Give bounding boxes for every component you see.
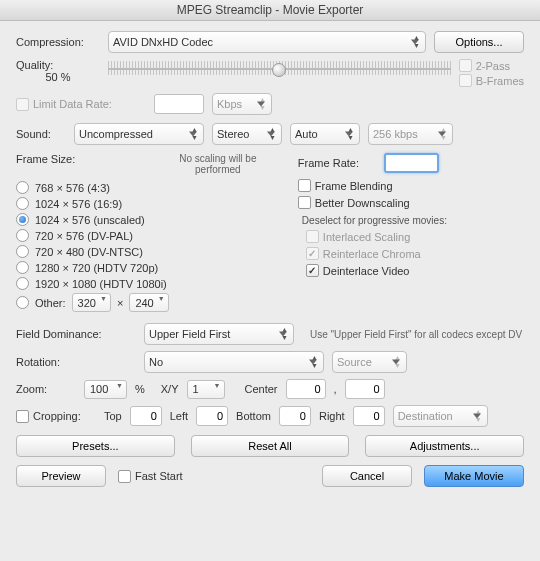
sound-bitrate-select: 256 kbps ▲▼ [368,123,453,145]
reinterlace-chroma-checkbox: Reinterlace Chroma [306,247,421,260]
cropping-bottom-label: Bottom [236,410,271,422]
frame-size-radio[interactable]: 1024 × 576 (unscaled) [16,213,278,226]
frame-size-option-label: 1024 × 576 (unscaled) [35,214,145,226]
sound-channels-select[interactable]: Stereo ▲▼ [212,123,282,145]
frame-rate-input[interactable] [384,153,439,173]
rotation-value: No [149,356,163,368]
options-button[interactable]: Options... [434,31,524,53]
deselect-note: Deselect for progressive movies: [302,215,524,226]
zoom-center-y-input[interactable] [345,379,385,399]
b-frames-checkbox: B-Frames [459,74,524,87]
zoom-label: Zoom: [16,383,76,395]
frame-blending-checkbox[interactable]: Frame Blending [298,179,393,192]
frame-size-radio[interactable]: 1024 × 576 (16:9) [16,197,278,210]
field-dominance-label: Field Dominance: [16,328,136,340]
field-dominance-select[interactable]: Upper Field First ▲▼ [144,323,294,345]
sound-bitrate-value: 256 kbps [373,128,418,140]
frame-size-option-label: 1920 × 1080 (HDTV 1080i) [35,278,167,290]
cropping-bottom-input[interactable] [279,406,311,426]
frame-size-option-label: 1280 × 720 (HDTV 720p) [35,262,158,274]
frame-size-radio[interactable]: 720 × 576 (DV-PAL) [16,229,278,242]
cropping-left-input[interactable] [196,406,228,426]
zoom-xy-label: X/Y [161,383,179,395]
cropping-right-label: Right [319,410,345,422]
frame-size-other-height[interactable]: 240▼ [129,293,168,312]
compression-label: Compression: [16,36,100,48]
b-frames-label: B-Frames [476,75,524,87]
frame-size-other-label: Other: [35,297,66,309]
radio-icon [16,245,29,258]
quality-slider-thumb[interactable] [272,63,286,77]
cropping-label: Cropping: [33,410,81,422]
zoom-unit: % [135,383,145,395]
rotation-select[interactable]: No ▲▼ [144,351,324,373]
cropping-dest-select: Destination ▲▼ [393,405,488,427]
adjustments-button[interactable]: Adjustments... [365,435,524,457]
better-downscaling-label: Better Downscaling [315,197,410,209]
cropping-checkbox[interactable]: Cropping: [16,410,96,423]
better-downscaling-checkbox[interactable]: Better Downscaling [298,196,410,209]
zoom-center-label: Center [245,383,278,395]
zoom-center-x-input[interactable] [286,379,326,399]
two-pass-checkbox: 2-Pass [459,59,524,72]
radio-icon [16,277,29,290]
compression-select[interactable]: AVID DNxHD Codec ▲▼ [108,31,426,53]
limit-data-rate-input[interactable] [154,94,204,114]
frame-blending-label: Frame Blending [315,180,393,192]
fast-start-label: Fast Start [135,470,183,482]
frame-size-label: Frame Size: [16,153,75,175]
cropping-top-input[interactable] [130,406,162,426]
limit-data-rate-unit: Kbps [217,98,242,110]
frame-size-other-radio[interactable]: Other: 320▼ × 240▼ [16,293,278,312]
frame-size-radio[interactable]: 1280 × 720 (HDTV 720p) [16,261,278,274]
window-title: MPEG Streamclip - Movie Exporter [0,0,540,21]
interlaced-scaling-label: Interlaced Scaling [323,231,410,243]
cropping-top-label: Top [104,410,122,422]
field-dominance-hint: Use "Upper Field First" for all codecs e… [310,329,524,340]
two-pass-label: 2-Pass [476,60,510,72]
quality-label: Quality: [16,59,100,71]
rotation-source-select: Source ▲▼ [332,351,407,373]
limit-data-rate-label: Limit Data Rate: [33,98,112,110]
rotation-label: Rotation: [16,356,136,368]
sound-codec-select[interactable]: Uncompressed ▲▼ [74,123,204,145]
cropping-right-input[interactable] [353,406,385,426]
sound-codec-value: Uncompressed [79,128,153,140]
radio-icon [16,261,29,274]
deinterlace-video-checkbox[interactable]: Deinterlace Video [306,264,410,277]
deinterlace-video-label: Deinterlace Video [323,265,410,277]
zoom-value-select[interactable]: 100▼ [84,380,127,399]
sound-channels-value: Stereo [217,128,249,140]
frame-size-other-width[interactable]: 320▼ [72,293,111,312]
sound-rate-select[interactable]: Auto ▲▼ [290,123,360,145]
cropping-dest-value: Destination [398,410,453,422]
frame-size-option-label: 1024 × 576 (16:9) [35,198,122,210]
frame-size-option-label: 720 × 576 (DV-PAL) [35,230,133,242]
make-movie-button[interactable]: Make Movie [424,465,524,487]
limit-data-rate-unit-select: Kbps ▲▼ [212,93,272,115]
preview-button[interactable]: Preview [16,465,106,487]
rotation-source-value: Source [337,356,372,368]
limit-data-rate-checkbox: Limit Data Rate: [16,98,146,111]
cropping-left-label: Left [170,410,188,422]
frame-size-option-label: 720 × 480 (DV-NTSC) [35,246,143,258]
quality-slider[interactable] [108,59,451,77]
radio-icon [16,213,29,226]
sound-rate-value: Auto [295,128,318,140]
reinterlace-chroma-label: Reinterlace Chroma [323,248,421,260]
cancel-button[interactable]: Cancel [322,465,412,487]
presets-button[interactable]: Presets... [16,435,175,457]
radio-icon [16,229,29,242]
zoom-xy-select[interactable]: 1▼ [187,380,225,399]
frame-rate-label: Frame Rate: [298,157,378,169]
frame-size-option-label: 768 × 576 (4:3) [35,182,110,194]
frame-size-note: No scaling will be performed [158,153,278,175]
reset-all-button[interactable]: Reset All [191,435,350,457]
frame-size-radio[interactable]: 1920 × 1080 (HDTV 1080i) [16,277,278,290]
compression-value: AVID DNxHD Codec [113,36,213,48]
radio-icon [16,197,29,210]
frame-size-radio[interactable]: 720 × 480 (DV-NTSC) [16,245,278,258]
quality-value: 50 % [16,71,100,83]
frame-size-radio[interactable]: 768 × 576 (4:3) [16,181,278,194]
fast-start-checkbox[interactable]: Fast Start [118,470,183,483]
